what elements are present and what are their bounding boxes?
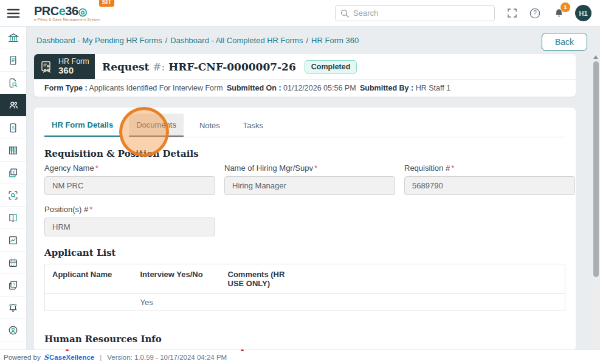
sidebar-item-calendar[interactable] xyxy=(0,252,26,274)
sidebar-item-applicants[interactable] xyxy=(0,94,26,117)
user-avatar[interactable]: H1 xyxy=(575,5,591,21)
required-mark: * xyxy=(89,205,92,214)
status-badge: Completed xyxy=(305,60,357,74)
powered-by-label: Powered by xyxy=(4,354,41,361)
svg-text:?: ? xyxy=(13,282,15,287)
form-details-card: HR Form Details Documents Notes Tasks Re… xyxy=(34,108,576,349)
sidebar-item-scan-search[interactable] xyxy=(0,184,26,207)
sidebar-item-forms[interactable] xyxy=(0,49,26,72)
submitted-on-label: Submitted On : xyxy=(227,84,281,92)
column-header-interview: Interview Yes/No xyxy=(133,264,221,294)
vertical-scrollbar[interactable] xyxy=(592,53,599,349)
section-title-requisition: Requisition & Position Details xyxy=(44,148,565,159)
breadcrumb-link-completed-forms[interactable]: Dashboard - All Completed HR Forms xyxy=(170,36,303,45)
request-number-title: Request #: HRF-CNF-0000007-26 xyxy=(102,61,296,73)
column-header-applicant-name: Applicant Name xyxy=(45,264,133,294)
form-meta-row: Form Type : Applicants Identified For In… xyxy=(34,79,576,97)
hiring-mgr-input[interactable] xyxy=(224,176,395,195)
menu-icon[interactable] xyxy=(7,8,20,19)
section-title-hr-info: Human Resources Info xyxy=(44,334,565,345)
left-sidebar: $ T ? xyxy=(0,27,27,364)
field-requisition-number: Requisition #* xyxy=(404,163,575,195)
sidebar-item-finance-form[interactable]: $ xyxy=(0,117,26,139)
tab-hr-form-details[interactable]: HR Form Details xyxy=(44,114,120,137)
breadcrumb-current-hr-form-360[interactable]: HR Form 360 xyxy=(311,36,359,45)
form-type-label: Form Type : xyxy=(44,84,88,92)
badge-title-line2: 360 xyxy=(58,66,89,75)
required-mark-fragment xyxy=(66,349,69,351)
global-search[interactable] xyxy=(335,5,495,21)
field-position-number: Position(s) #* xyxy=(44,205,215,236)
breadcrumb: Dashboard - My Pending HR Forms / Dashbo… xyxy=(27,27,600,45)
breadcrumb-separator: / xyxy=(306,36,308,45)
sidebar-item-alerts[interactable] xyxy=(0,297,26,319)
column-header-comments: Comments (HR USE ONLY) xyxy=(221,264,565,294)
field-label: Requisition #* xyxy=(404,163,575,173)
section-title-applicant-list: Applicant List xyxy=(44,247,565,258)
hr-form-360-badge: HR Form 360 xyxy=(34,54,95,79)
sidebar-item-form-search[interactable] xyxy=(0,72,26,94)
help-icon[interactable]: ? xyxy=(529,8,540,19)
submitted-by-label: Submitted By : xyxy=(360,84,413,92)
required-mark: * xyxy=(314,163,317,173)
app-logo-subtitle: e-Filing & Case Management System xyxy=(34,18,100,21)
required-mark: * xyxy=(95,163,98,173)
scrollbar-thumb[interactable] xyxy=(593,61,599,277)
search-input[interactable] xyxy=(353,9,489,18)
sidebar-item-knowledge-book[interactable] xyxy=(0,207,26,229)
position-number-input[interactable] xyxy=(44,218,215,236)
sidebar-item-organization[interactable] xyxy=(0,139,26,162)
table-row: Yes xyxy=(45,294,565,311)
requisition-number-input[interactable] xyxy=(404,176,575,195)
svg-text:?: ? xyxy=(533,10,537,16)
cell-interview-value: Yes xyxy=(133,294,221,311)
notifications-bell-icon[interactable]: 1 xyxy=(553,7,565,19)
sidebar-item-template[interactable]: T xyxy=(0,162,26,184)
environment-badge: SIT xyxy=(99,0,115,7)
field-hiring-mgr: Name of Hiring Mgr/Supv* xyxy=(224,163,395,195)
footer-bar: Powered by SCaseXellence | Version: 1.0.… xyxy=(0,349,600,364)
casexellence-glyph-icon: S xyxy=(44,353,49,362)
casexellence-logo: SCaseXellence xyxy=(44,353,94,362)
required-mark-fragment xyxy=(241,349,244,351)
sidebar-item-profile[interactable] xyxy=(0,319,26,342)
breadcrumb-separator: / xyxy=(165,36,168,45)
form-type-value: Applicants Identified For Interview Form xyxy=(89,84,222,92)
cell-applicant-name xyxy=(45,294,133,311)
svg-text:$: $ xyxy=(12,125,15,131)
field-label: Agency Name* xyxy=(44,163,215,173)
footer-separator: | xyxy=(100,354,102,361)
main-content: Dashboard - My Pending HR Forms / Dashbo… xyxy=(27,27,600,349)
sidebar-item-help-pages[interactable]: ? xyxy=(0,274,26,297)
top-navbar: PRCe36◎ e-Filing & Case Management Syste… xyxy=(0,0,600,27)
field-agency-name: Agency Name* xyxy=(44,163,215,195)
tab-documents[interactable]: Documents xyxy=(129,114,184,137)
notification-count-badge: 1 xyxy=(560,2,570,12)
request-number-value: HRF-CNF-0000007-26 xyxy=(168,61,296,73)
fullscreen-icon[interactable] xyxy=(508,9,517,18)
hr-form-icon xyxy=(40,60,54,74)
app-logo-text: PRCe36◎ xyxy=(34,5,100,17)
submitted-on-value: 01/12/2026 05:56 PM xyxy=(283,84,356,92)
field-label: Name of Hiring Mgr/Supv* xyxy=(224,163,395,173)
form-header-card: HR Form 360 Request #: HRF-CNF-0000007-2… xyxy=(34,54,576,97)
svg-text:T: T xyxy=(13,170,16,174)
sidebar-item-bank[interactable] xyxy=(0,27,26,49)
applicant-table: Applicant Name Interview Yes/No Comments… xyxy=(44,264,565,311)
required-mark: * xyxy=(451,163,454,173)
app-logo[interactable]: PRCe36◎ e-Filing & Case Management Syste… xyxy=(34,5,100,21)
scrollbar-up-arrow[interactable] xyxy=(593,55,598,59)
tab-notes[interactable]: Notes xyxy=(192,114,227,137)
tab-bar: HR Form Details Documents Notes Tasks xyxy=(44,114,565,137)
cell-comments xyxy=(221,294,565,311)
back-button[interactable]: Back xyxy=(542,33,587,51)
version-text: Version: 1.0.59 - 10/17/2024 04:24 PM xyxy=(107,354,227,361)
breadcrumb-link-pending-forms[interactable]: Dashboard - My Pending HR Forms xyxy=(36,36,162,45)
tab-tasks[interactable]: Tasks xyxy=(236,114,271,137)
agency-name-input[interactable] xyxy=(44,176,215,195)
field-label: Position(s) #* xyxy=(44,205,215,214)
submitted-by-value: HR Staff 1 xyxy=(416,84,450,92)
sidebar-item-reports[interactable] xyxy=(0,229,26,252)
search-icon xyxy=(340,9,349,18)
